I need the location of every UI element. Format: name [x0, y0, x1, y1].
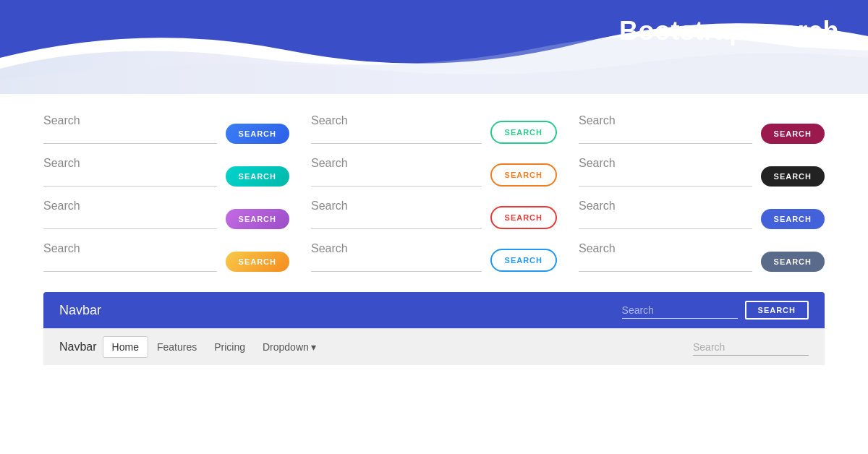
search-item-r1c3: SearchSEARCH [579, 114, 825, 144]
search-input-wrap-r2c3: Search [579, 157, 752, 187]
search-input-wrap-r4c2: Search [311, 242, 482, 272]
search-item-r2c3: SearchSEARCH [579, 157, 825, 187]
search-input-wrap-r1c2: Search [311, 114, 482, 144]
search-input-r3c2[interactable] [311, 214, 482, 229]
search-button-r1c3[interactable]: SEARCH [761, 124, 825, 144]
search-button-r3c2[interactable]: SEARCH [490, 206, 557, 229]
search-input-wrap-r1c1: Search [43, 114, 217, 144]
search-input-wrap-r2c2: Search [311, 157, 482, 187]
nav-item-pricing[interactable]: Pricing [205, 337, 254, 357]
search-button-r4c3[interactable]: SEARCH [761, 252, 825, 272]
search-input-r1c3[interactable] [579, 129, 752, 144]
search-button-r2c2[interactable]: SEARCH [490, 163, 557, 187]
search-item-r3c1: SearchSEARCH [43, 200, 289, 229]
search-input-r2c2[interactable] [311, 171, 482, 187]
search-button-r3c3[interactable]: SEARCH [761, 209, 825, 229]
navbar-dark-search-button[interactable]: SEARCH [745, 301, 809, 320]
dropdown-chevron-icon: ▾ [311, 341, 316, 353]
search-input-r3c1[interactable] [43, 214, 217, 229]
wave-decoration [0, 0, 868, 94]
search-item-r2c2: SearchSEARCH [311, 157, 557, 187]
navbar-dark-search-group: SEARCH [622, 301, 809, 320]
search-input-wrap-r3c1: Search [43, 200, 217, 229]
search-label-r1c1: Search [43, 114, 217, 127]
nav-item-features[interactable]: Features [148, 337, 205, 357]
search-label-r2c3: Search [579, 157, 752, 170]
search-item-r4c1: SearchSEARCH [43, 242, 289, 272]
search-input-wrap-r1c3: Search [579, 114, 752, 144]
search-item-r3c3: SearchSEARCH [579, 200, 825, 229]
search-label-r4c3: Search [579, 242, 752, 255]
search-button-r1c2[interactable]: SEARCH [490, 121, 557, 144]
header: Bootstrap search [0, 0, 868, 94]
search-input-wrap-r3c3: Search [579, 200, 752, 229]
navbar-light: Navbar Home Features Pricing Dropdown ▾ [43, 328, 825, 365]
search-item-r4c2: SearchSEARCH [311, 242, 557, 272]
search-label-r1c2: Search [311, 114, 482, 127]
search-label-r3c2: Search [311, 200, 482, 213]
navbar-light-left: Navbar Home Features Pricing Dropdown ▾ [59, 336, 325, 358]
navbar-dark: Navbar SEARCH [43, 292, 825, 328]
search-label-r4c2: Search [311, 242, 482, 255]
search-button-r4c2[interactable]: SEARCH [490, 249, 557, 272]
navbar-light-brand: Navbar [59, 340, 97, 354]
navbar-section: Navbar SEARCH Navbar Home Features Prici… [43, 292, 825, 365]
nav-item-dropdown[interactable]: Dropdown ▾ [254, 337, 325, 357]
navbar-dark-brand: Navbar [59, 303, 101, 318]
search-label-r2c1: Search [43, 157, 217, 170]
search-button-r2c1[interactable]: SEARCH [226, 166, 289, 187]
search-grid: SearchSEARCHSearchSEARCHSearchSEARCHSear… [43, 114, 825, 272]
search-button-r4c1[interactable]: SEARCH [226, 252, 289, 272]
search-label-r3c3: Search [579, 200, 752, 213]
search-button-r2c3[interactable]: SEARCH [761, 166, 825, 187]
navbar-light-search-input[interactable] [693, 339, 809, 356]
search-input-wrap-r3c2: Search [311, 200, 482, 229]
search-input-r4c3[interactable] [579, 257, 752, 272]
search-label-r4c1: Search [43, 242, 217, 255]
search-input-r1c2[interactable] [311, 129, 482, 144]
search-item-r1c1: SearchSEARCH [43, 114, 289, 144]
search-input-r4c1[interactable] [43, 257, 217, 272]
search-input-wrap-r4c3: Search [579, 242, 752, 272]
search-item-r1c2: SearchSEARCH [311, 114, 557, 144]
search-input-r4c2[interactable] [311, 257, 482, 272]
search-item-r3c2: SearchSEARCH [311, 200, 557, 229]
search-input-wrap-r2c1: Search [43, 157, 217, 187]
search-button-r1c1[interactable]: SEARCH [226, 124, 289, 144]
page-title: Bootstrap search [619, 16, 839, 46]
search-label-r3c1: Search [43, 200, 217, 213]
navbar-light-search-group [693, 339, 809, 356]
search-input-wrap-r4c1: Search [43, 242, 217, 272]
navbar-dark-search-input[interactable] [622, 302, 738, 319]
search-label-r1c3: Search [579, 114, 752, 127]
search-input-r1c1[interactable] [43, 129, 217, 144]
search-label-r2c2: Search [311, 157, 482, 170]
search-item-r4c3: SearchSEARCH [579, 242, 825, 272]
search-input-r2c1[interactable] [43, 171, 217, 187]
search-button-r3c1[interactable]: SEARCH [226, 209, 289, 229]
search-item-r2c1: SearchSEARCH [43, 157, 289, 187]
search-input-r2c3[interactable] [579, 171, 752, 187]
main-content: SearchSEARCHSearchSEARCHSearchSEARCHSear… [0, 94, 868, 380]
search-input-r3c3[interactable] [579, 214, 752, 229]
nav-item-home[interactable]: Home [103, 336, 148, 358]
